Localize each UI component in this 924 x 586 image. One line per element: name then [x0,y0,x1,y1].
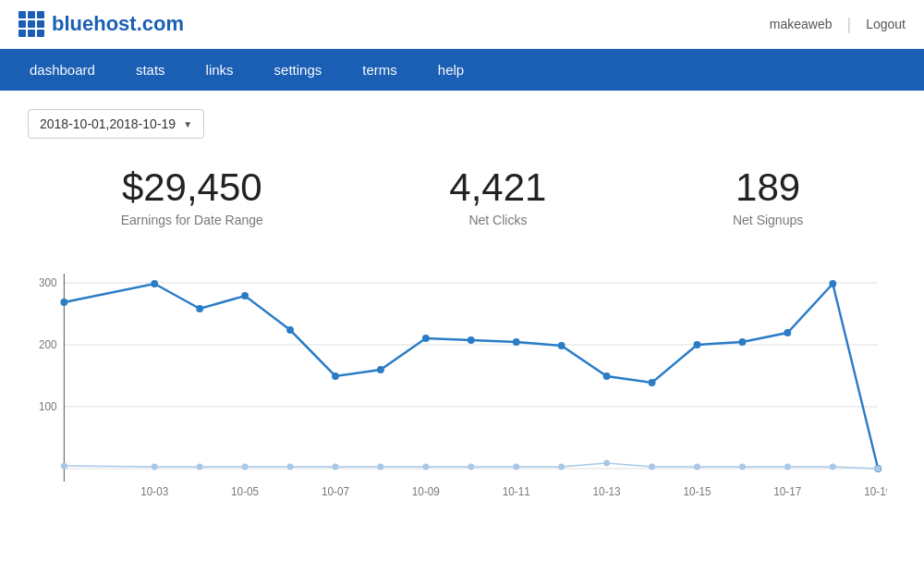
svg-point-40 [739,464,746,470]
logo-area: bluehost.com [18,11,184,37]
logo-grid-icon [18,11,44,37]
svg-point-13 [332,372,339,380]
svg-point-32 [377,464,383,470]
logo-text: bluehost.com [52,12,184,36]
svg-point-21 [694,341,701,348]
date-range-picker[interactable]: 2018-10-01,2018-10-19 ▼ [28,109,204,139]
top-header: bluehost.com makeaweb | Logout [0,0,924,49]
svg-text:10-05: 10-05 [231,485,259,498]
svg-point-26 [61,463,67,470]
svg-point-14 [377,366,384,373]
svg-point-23 [784,329,791,336]
nav-help[interactable]: help [418,49,484,91]
chart-wrapper: 300 200 100 [37,264,887,505]
svg-text:10-17: 10-17 [773,485,801,498]
svg-point-19 [603,372,611,380]
svg-point-27 [152,464,158,470]
svg-point-30 [287,464,294,470]
svg-point-12 [286,326,294,334]
nav-bar: dashboard stats links settings terms hel… [0,49,924,91]
nav-settings[interactable]: settings [254,49,343,91]
svg-point-42 [830,464,836,470]
stats-row: $29,450 Earnings for Date Range 4,421 Ne… [28,166,896,227]
logout-button[interactable]: Logout [866,17,906,31]
header-divider: | [846,15,851,34]
svg-text:200: 200 [39,338,57,351]
nav-links[interactable]: links [186,49,254,91]
signups-value: 189 [733,166,803,209]
svg-point-39 [694,464,700,470]
svg-text:10-13: 10-13 [593,485,621,498]
svg-text:10-11: 10-11 [503,485,530,498]
svg-text:10-19: 10-19 [864,485,887,498]
chart-container: 300 200 100 [28,264,896,505]
header-right: makeaweb | Logout [770,15,906,34]
svg-point-36 [558,464,565,470]
date-range-value: 2018-10-01,2018-10-19 [40,116,176,131]
svg-point-16 [468,336,475,344]
svg-point-15 [422,335,430,342]
nav-stats[interactable]: stats [116,49,186,91]
svg-point-37 [603,460,610,467]
svg-text:100: 100 [39,400,57,413]
nav-dashboard[interactable]: dashboard [9,49,116,91]
svg-point-38 [649,464,655,470]
svg-point-33 [422,464,429,470]
clicks-value: 4,421 [449,166,546,209]
nav-terms[interactable]: terms [342,49,418,91]
svg-point-29 [242,464,249,470]
svg-point-8 [60,299,67,306]
earnings-stat: $29,450 Earnings for Date Range [121,166,263,227]
dropdown-arrow-icon: ▼ [183,119,192,129]
svg-point-28 [197,464,203,470]
svg-point-22 [738,338,746,346]
svg-point-24 [829,280,836,287]
svg-point-41 [784,464,791,470]
clicks-stat: 4,421 Net Clicks [449,166,546,227]
clicks-label: Net Clicks [449,213,546,227]
chart-svg: 300 200 100 [37,264,887,505]
svg-point-43 [875,466,881,472]
signups-label: Net Signups [733,213,803,227]
earnings-label: Earnings for Date Range [121,213,263,227]
svg-point-20 [649,379,656,386]
svg-text:10-07: 10-07 [322,485,349,498]
username-label: makeaweb [770,17,833,31]
svg-point-17 [513,338,520,346]
svg-text:10-15: 10-15 [683,485,711,498]
svg-point-18 [558,342,565,349]
svg-point-11 [241,292,249,299]
svg-point-9 [151,280,158,287]
svg-text:300: 300 [39,276,57,289]
svg-text:10-03: 10-03 [140,485,168,498]
svg-point-31 [333,464,339,470]
signups-stat: 189 Net Signups [733,166,803,227]
svg-point-34 [468,464,474,470]
earnings-value: $29,450 [121,166,263,209]
main-content: 2018-10-01,2018-10-19 ▼ $29,450 Earnings… [0,91,924,523]
svg-text:10-09: 10-09 [412,485,440,498]
svg-point-10 [196,305,203,312]
svg-point-35 [513,464,519,470]
